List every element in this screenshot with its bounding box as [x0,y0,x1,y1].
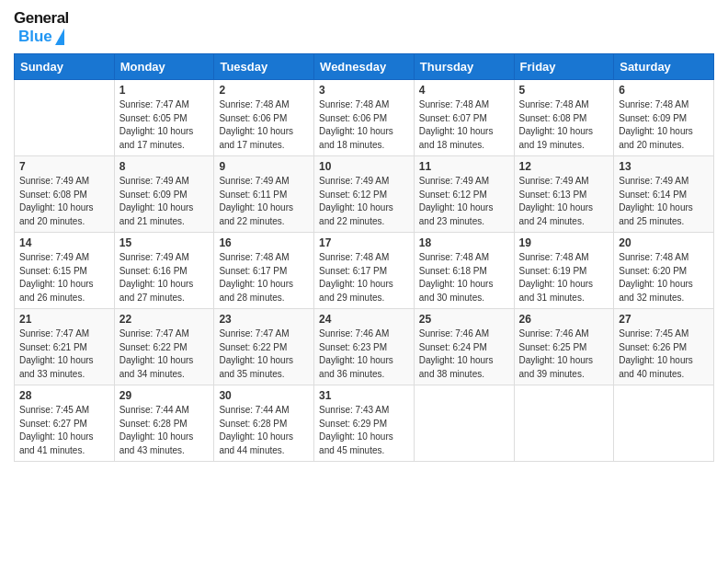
logo-triangle-icon [55,29,64,45]
day-header-saturday: Saturday [614,54,714,80]
day-number: 19 [519,236,609,249]
day-header-thursday: Thursday [414,54,514,80]
calendar-cell [15,80,115,156]
day-info: Sunrise: 7:49 AMSunset: 6:12 PMDaylight:… [419,175,509,228]
day-number: 9 [219,160,309,173]
day-info: Sunrise: 7:48 AMSunset: 6:20 PMDaylight:… [619,251,709,304]
page-header: General Blue [14,9,714,46]
day-number: 7 [19,160,109,173]
day-info: Sunrise: 7:48 AMSunset: 6:07 PMDaylight:… [419,98,509,152]
calendar-cell [514,385,614,462]
calendar-header-row: SundayMondayTuesdayWednesdayThursdayFrid… [15,54,714,80]
calendar-cell: 17Sunrise: 7:48 AMSunset: 6:17 PMDayligh… [314,233,415,309]
day-info: Sunrise: 7:47 AMSunset: 6:05 PMDaylight:… [119,98,210,152]
day-number: 14 [19,236,109,249]
day-number: 8 [119,160,210,173]
day-info: Sunrise: 7:48 AMSunset: 6:19 PMDaylight:… [519,251,609,304]
day-info: Sunrise: 7:48 AMSunset: 6:06 PMDaylight:… [319,98,409,152]
day-number: 22 [119,313,210,326]
day-number: 26 [519,313,609,326]
day-number: 13 [619,160,709,173]
calendar-cell: 23Sunrise: 7:47 AMSunset: 6:22 PMDayligh… [214,309,314,385]
calendar-cell: 30Sunrise: 7:44 AMSunset: 6:28 PMDayligh… [214,385,314,462]
calendar-cell: 29Sunrise: 7:44 AMSunset: 6:28 PMDayligh… [114,385,214,462]
calendar-week-row: 28Sunrise: 7:45 AMSunset: 6:27 PMDayligh… [15,385,714,462]
day-number: 11 [419,160,509,173]
day-number: 5 [519,84,609,97]
calendar-cell: 25Sunrise: 7:46 AMSunset: 6:24 PMDayligh… [414,309,514,385]
calendar-cell: 20Sunrise: 7:48 AMSunset: 6:20 PMDayligh… [614,233,714,309]
day-header-tuesday: Tuesday [214,54,314,80]
day-number: 31 [319,389,409,402]
day-number: 12 [519,160,609,173]
day-number: 27 [619,313,709,326]
calendar-table: SundayMondayTuesdayWednesdayThursdayFrid… [14,53,714,462]
calendar-cell: 15Sunrise: 7:49 AMSunset: 6:16 PMDayligh… [114,233,214,309]
day-info: Sunrise: 7:47 AMSunset: 6:21 PMDaylight:… [19,327,109,381]
day-number: 28 [19,389,109,402]
day-number: 3 [319,84,409,97]
calendar-cell: 28Sunrise: 7:45 AMSunset: 6:27 PMDayligh… [15,385,115,462]
day-number: 6 [619,84,709,97]
day-number: 17 [319,236,409,249]
day-number: 10 [319,160,409,173]
day-info: Sunrise: 7:48 AMSunset: 6:17 PMDaylight:… [219,251,309,304]
calendar-week-row: 14Sunrise: 7:49 AMSunset: 6:15 PMDayligh… [15,233,714,309]
day-info: Sunrise: 7:49 AMSunset: 6:16 PMDaylight:… [119,251,210,304]
calendar-cell [414,385,514,462]
day-number: 4 [419,84,509,97]
day-number: 29 [119,389,210,402]
day-number: 18 [419,236,509,249]
calendar-cell: 6Sunrise: 7:48 AMSunset: 6:09 PMDaylight… [614,80,714,156]
calendar-cell: 8Sunrise: 7:49 AMSunset: 6:09 PMDaylight… [114,156,214,233]
day-info: Sunrise: 7:45 AMSunset: 6:27 PMDaylight:… [19,404,109,457]
day-number: 30 [219,389,309,402]
calendar-cell: 9Sunrise: 7:49 AMSunset: 6:11 PMDaylight… [214,156,314,233]
day-info: Sunrise: 7:48 AMSunset: 6:09 PMDaylight:… [619,98,709,152]
calendar-cell: 11Sunrise: 7:49 AMSunset: 6:12 PMDayligh… [414,156,514,233]
calendar-week-row: 7Sunrise: 7:49 AMSunset: 6:08 PMDaylight… [15,156,714,233]
logo-text-general: General [14,9,69,28]
day-info: Sunrise: 7:49 AMSunset: 6:15 PMDaylight:… [19,251,109,304]
day-info: Sunrise: 7:44 AMSunset: 6:28 PMDaylight:… [219,404,309,457]
calendar-week-row: 1Sunrise: 7:47 AMSunset: 6:05 PMDaylight… [15,80,714,156]
calendar-cell: 5Sunrise: 7:48 AMSunset: 6:08 PMDaylight… [514,80,614,156]
calendar-cell: 21Sunrise: 7:47 AMSunset: 6:21 PMDayligh… [15,309,115,385]
calendar-cell: 1Sunrise: 7:47 AMSunset: 6:05 PMDaylight… [114,80,214,156]
calendar-cell: 3Sunrise: 7:48 AMSunset: 6:06 PMDaylight… [314,80,415,156]
day-number: 2 [219,84,309,97]
day-number: 23 [219,313,309,326]
calendar-cell: 31Sunrise: 7:43 AMSunset: 6:29 PMDayligh… [314,385,415,462]
calendar-cell: 7Sunrise: 7:49 AMSunset: 6:08 PMDaylight… [15,156,115,233]
day-info: Sunrise: 7:45 AMSunset: 6:26 PMDaylight:… [619,327,709,381]
calendar-cell: 19Sunrise: 7:48 AMSunset: 6:19 PMDayligh… [514,233,614,309]
day-number: 25 [419,313,509,326]
day-info: Sunrise: 7:47 AMSunset: 6:22 PMDaylight:… [119,327,210,381]
calendar-cell: 12Sunrise: 7:49 AMSunset: 6:13 PMDayligh… [514,156,614,233]
day-header-sunday: Sunday [15,54,115,80]
calendar-cell: 13Sunrise: 7:49 AMSunset: 6:14 PMDayligh… [614,156,714,233]
day-header-friday: Friday [514,54,614,80]
calendar-cell: 2Sunrise: 7:48 AMSunset: 6:06 PMDaylight… [214,80,314,156]
day-header-monday: Monday [114,54,214,80]
day-info: Sunrise: 7:49 AMSunset: 6:08 PMDaylight:… [19,175,109,228]
calendar-cell: 10Sunrise: 7:49 AMSunset: 6:12 PMDayligh… [314,156,415,233]
calendar-cell: 22Sunrise: 7:47 AMSunset: 6:22 PMDayligh… [114,309,214,385]
calendar-cell: 16Sunrise: 7:48 AMSunset: 6:17 PMDayligh… [214,233,314,309]
day-header-wednesday: Wednesday [314,54,415,80]
day-number: 15 [119,236,210,249]
day-info: Sunrise: 7:46 AMSunset: 6:24 PMDaylight:… [419,327,509,381]
day-info: Sunrise: 7:46 AMSunset: 6:23 PMDaylight:… [319,327,409,381]
calendar-cell: 18Sunrise: 7:48 AMSunset: 6:18 PMDayligh… [414,233,514,309]
day-info: Sunrise: 7:48 AMSunset: 6:18 PMDaylight:… [419,251,509,304]
calendar-cell: 24Sunrise: 7:46 AMSunset: 6:23 PMDayligh… [314,309,415,385]
day-info: Sunrise: 7:49 AMSunset: 6:11 PMDaylight:… [219,175,309,228]
day-info: Sunrise: 7:47 AMSunset: 6:22 PMDaylight:… [219,327,309,381]
calendar-cell: 4Sunrise: 7:48 AMSunset: 6:07 PMDaylight… [414,80,514,156]
day-info: Sunrise: 7:49 AMSunset: 6:14 PMDaylight:… [619,175,709,228]
day-number: 1 [119,84,210,97]
day-number: 20 [619,236,709,249]
day-number: 16 [219,236,309,249]
day-info: Sunrise: 7:46 AMSunset: 6:25 PMDaylight:… [519,327,609,381]
logo: General Blue [14,9,73,46]
